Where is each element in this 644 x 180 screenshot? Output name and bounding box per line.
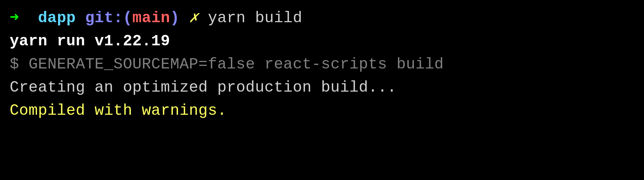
script-line: $ GENERATE_SOURCEMAP=false react-scripts…: [10, 53, 634, 76]
paren-open: (: [123, 9, 132, 27]
command-text: yarn build: [208, 9, 302, 27]
warning-line: Compiled with warnings.: [10, 99, 634, 122]
dollar-icon: $: [10, 56, 19, 73]
yarn-run-text: yarn run v1.22.19: [10, 32, 170, 50]
yarn-version-line: yarn run v1.22.19: [10, 30, 634, 53]
script-command-text: GENERATE_SOURCEMAP=false react-scripts b…: [29, 56, 444, 73]
prompt-arrow-icon: ➜: [10, 9, 19, 27]
git-label: git:: [85, 9, 123, 27]
cwd-label: dapp: [38, 9, 76, 27]
git-branch: main: [132, 9, 170, 27]
paren-close: ): [170, 9, 179, 27]
prompt-line[interactable]: ➜ dapp git:(main) ✗ yarn build: [10, 6, 634, 30]
status-text: Creating an optimized production build..…: [10, 79, 397, 96]
status-line: Creating an optimized production build..…: [10, 76, 634, 99]
warning-text: Compiled with warnings.: [10, 102, 227, 119]
git-dirty-icon: ✗: [189, 9, 198, 27]
